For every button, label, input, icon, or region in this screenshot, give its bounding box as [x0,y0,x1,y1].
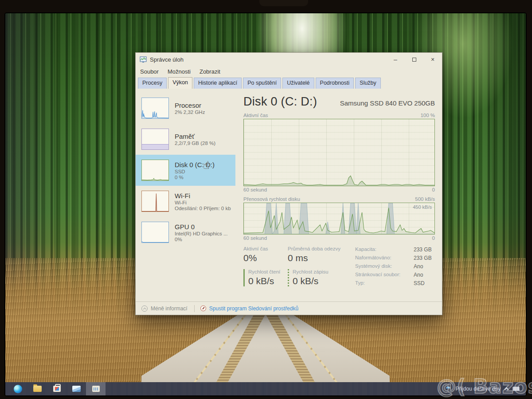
sidebar-title: Paměť [175,133,215,140]
photo-watermark: @( Bazos.cz [437,375,532,398]
chart1-xlabel: 60 sekund [243,187,267,192]
stat-value: 0 kB/s [293,276,355,286]
resource-monitor-label: Spustit program Sledování prostředků [209,305,298,312]
mail-icon [72,386,81,392]
stat-label: Rychlost zápisu [293,269,355,274]
stat-value: 0 kB/s [248,276,288,286]
minimize-button[interactable]: – [386,53,405,66]
sidebar-item-disk0[interactable]: Disk 0 (C: D:) SSD 0 % [136,155,235,186]
property-label: Stránkovací soubor: [355,272,414,278]
tab-uzivatele[interactable]: Uživatelé [282,78,314,89]
cpu-mini-chart [141,98,169,119]
property-row: Stránkovací soubor: Ano [355,272,435,278]
task-manager-app-icon [140,56,147,63]
sidebar-title: Procesor [175,102,205,109]
device-name: Samsung SSD 840 EVO 250GB [340,99,435,107]
chevron-up-circle-icon [141,305,148,312]
sidebar-subtitle: Wi-Fi [175,200,231,205]
stat-label: Rychlost čtení [248,269,288,274]
chart2-xlabel: 60 sekund [243,235,267,241]
sidebar-subtitle: 0 % [175,175,215,180]
property-label: Typ: [355,280,414,286]
stat-response-time: Průměrná doba odezvy 0 ms [288,246,355,263]
minimize-icon: – [394,56,397,63]
stat-value: 0 ms [288,253,355,263]
close-icon: × [431,56,434,63]
wifi-mini-chart [141,191,169,212]
disk-stats: Aktivní čas 0% Rychlost čtení 0 kB/s Prů… [243,246,435,292]
sidebar-item-wifi[interactable]: Wi-Fi Wi-Fi Odesílání: 0 Příjem: 0 kb [136,186,235,217]
tab-historie-aplikaci[interactable]: Historie aplikací [194,78,242,89]
transfer-rate-chart: 450 kB/s [243,203,435,235]
window-footer: Méně informací Spustit program Sledování… [136,301,442,315]
stat-active-time: Aktivní čas 0% [243,246,288,263]
menu-soubor[interactable]: Soubor [140,68,159,75]
sidebar-item-pamet[interactable]: Paměť 2,2/7,9 GB (28 %) [136,124,235,155]
property-value: 233 GB [414,246,432,253]
chart1-label: Aktivní čas [243,113,268,118]
less-info-button[interactable]: Méně informací [141,305,188,312]
disk-detail-panel: Disk 0 (C: D:) Samsung SSD 840 EVO 250GB… [235,89,442,313]
stat-label: Aktivní čas [243,246,288,251]
performance-sidebar: Procesor 2% 2,32 GHz Paměť 2,2/7,9 GB (2… [136,89,235,313]
window-title: Správce úloh [150,56,184,63]
chart1-yzero: 0 [432,187,435,192]
gauge-icon [200,305,206,311]
laptop-screen: Správce úloh – × Soubor Možnosti Zobrazi… [5,13,526,395]
sidebar-item-gpu0[interactable]: GPU 0 Intel(R) HD Graphics ... 0% [136,217,235,248]
taskbar-store-icon[interactable] [47,382,66,395]
taskbar-mail-icon[interactable] [66,382,86,395]
memory-mini-chart [141,129,169,150]
tab-po-spusteni[interactable]: Po spuštění [243,78,281,89]
active-time-chart [243,119,435,186]
resource-monitor-link[interactable]: Spustit program Sledování prostředků [200,305,298,312]
tab-vykon[interactable]: Výkon [168,77,192,89]
menu-moznosti[interactable]: Možnosti [168,68,191,75]
property-value: 233 GB [414,255,432,261]
sidebar-item-procesor[interactable]: Procesor 2% 2,32 GHz [136,93,235,124]
gpu-mini-chart [141,222,169,243]
sidebar-subtitle: 0% [175,237,228,242]
footer-divider [194,305,195,312]
chart2-scale-note: 450 kB/s [413,204,432,210]
maximize-button[interactable] [405,53,423,66]
property-label: Kapacita: [355,246,414,253]
task-manager-window: Správce úloh – × Soubor Možnosti Zobrazi… [135,52,442,315]
sidebar-title: GPU 0 [175,223,228,231]
folder-icon [33,386,42,392]
property-row: Kapacita: 233 GB [355,246,435,253]
taskbar-task-manager-icon[interactable] [86,382,106,395]
property-row: Naformátováno: 233 GB [355,255,435,261]
stat-read-speed: Rychlost čtení 0 kB/s [243,269,288,286]
stat-value: 0% [243,253,288,263]
tab-bar: Procesy Výkon Historie aplikací Po spušt… [136,77,442,89]
tab-sluzby[interactable]: Služby [355,78,381,89]
chart2-yzero: 0 [432,235,435,241]
mouse-hand-cursor: ☝ [203,159,210,172]
taskbar-file-explorer-icon[interactable] [27,382,47,395]
maximize-icon [412,58,416,62]
taskbar-edge-icon[interactable] [8,382,27,395]
sidebar-subtitle: Odesílání: 0 Příjem: 0 kb [175,206,231,211]
property-row: Systémový disk: Ano [355,263,435,270]
close-button[interactable]: × [423,53,442,66]
less-info-label: Méně informací [151,305,188,312]
property-value: SSD [414,280,425,286]
page-title: Disk 0 (C: D:) [243,95,317,109]
property-value: Ano [414,263,423,270]
disk-properties: Kapacita: 233 GB Naformátováno: 233 GB S… [355,246,435,292]
stat-write-speed: Rychlost zápisu 0 kB/s [288,269,355,286]
title-bar[interactable]: Správce úloh – × [136,53,442,66]
tab-procesy[interactable]: Procesy [138,78,167,89]
sidebar-subtitle: 2% 2,32 GHz [175,110,205,115]
sidebar-subtitle: 2,2/7,9 GB (28 %) [175,141,215,146]
memory-usage-band [142,144,168,149]
stat-label: Průměrná doba odezvy [288,246,355,251]
edge-icon [14,385,22,393]
menu-zobrazit[interactable]: Zobrazit [200,68,220,75]
property-label: Systémový disk: [355,263,414,270]
chart2-label: Přenosová rychlost disku [243,196,300,202]
task-manager-icon [92,386,100,392]
menu-bar: Soubor Možnosti Zobrazit [136,66,442,77]
tab-podrobnosti[interactable]: Podrobnosti [316,78,354,89]
